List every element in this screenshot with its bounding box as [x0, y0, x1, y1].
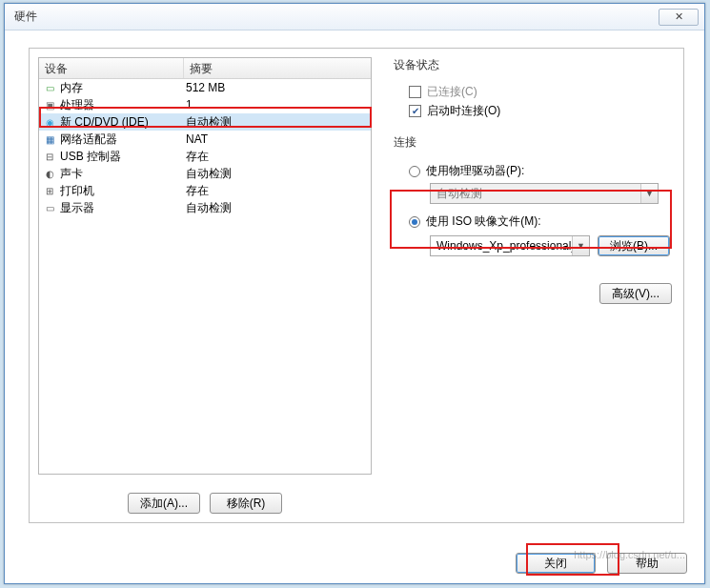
sound-icon: ◐	[43, 167, 56, 180]
printer-icon: ⊞	[43, 184, 56, 197]
device-rows: ▭内存512 MB▣处理器1◉新 CD/DVD (IDE)自动检测▦网络适配器N…	[39, 79, 371, 216]
checkbox-icon: ✔	[409, 105, 421, 117]
physical-drive-value: 自动检测	[431, 186, 640, 202]
device-status-group: 已连接(C) ✔ 启动时连接(O)	[392, 79, 672, 119]
inner-frame: 设备 摘要 ▭内存512 MB▣处理器1◉新 CD/DVD (IDE)自动检测▦…	[29, 48, 684, 523]
display-icon: ▭	[43, 201, 56, 214]
content-area: 设备 摘要 ▭内存512 MB▣处理器1◉新 CD/DVD (IDE)自动检测▦…	[14, 36, 695, 537]
connection-group: 使用物理驱动器(P): 自动检测 ▼ 使用 ISO 映像文件(M):	[392, 156, 672, 256]
physical-drive-label: 使用物理驱动器(P):	[426, 163, 524, 179]
titlebar: 硬件 ✕	[5, 4, 704, 30]
connect-on-start-label: 启动时连接(O)	[427, 103, 500, 119]
device-status-label: 设备状态	[394, 57, 672, 73]
device-name: USB 控制器	[60, 149, 121, 165]
device-summary: NAT	[186, 132, 371, 146]
device-summary: 512 MB	[186, 81, 371, 94]
device-name: 内存	[60, 80, 83, 96]
device-name: 声卡	[60, 166, 83, 182]
chevron-down-icon: ▼	[640, 184, 658, 203]
iso-file-value: Windows_Xp_professional_v	[431, 239, 572, 253]
connected-label: 已连接(C)	[427, 84, 477, 100]
device-row[interactable]: ▣处理器1	[39, 96, 371, 113]
device-summary: 自动检测	[186, 166, 371, 182]
device-summary: 1	[186, 98, 371, 112]
connection-label: 连接	[394, 134, 672, 151]
device-summary: 自动检测	[186, 200, 371, 216]
browse-button[interactable]: 浏览(B)...	[598, 235, 670, 256]
remove-device-button[interactable]: 移除(R)	[210, 493, 282, 514]
window-close-button[interactable]: ✕	[659, 9, 699, 26]
device-row[interactable]: ▭显示器自动检测	[39, 199, 371, 216]
device-row[interactable]: ◉新 CD/DVD (IDE)自动检测	[39, 113, 371, 131]
usb-icon: ⊟	[43, 150, 56, 163]
chevron-down-icon: ▼	[572, 236, 589, 255]
device-row[interactable]: ▭内存512 MB	[39, 79, 371, 96]
radio-icon	[409, 216, 420, 228]
device-buttons: 添加(A)... 移除(R)	[38, 493, 372, 514]
device-name: 处理器	[60, 97, 94, 113]
network-icon: ▦	[43, 132, 56, 146]
device-list-panel: 设备 摘要 ▭内存512 MB▣处理器1◉新 CD/DVD (IDE)自动检测▦…	[38, 57, 372, 475]
memory-icon: ▭	[43, 81, 56, 94]
device-row[interactable]: ⊞打印机存在	[39, 182, 371, 199]
device-name: 打印机	[60, 183, 94, 199]
device-name: 显示器	[60, 200, 94, 216]
iso-file-radio[interactable]: 使用 ISO 映像文件(M):	[409, 213, 672, 230]
settings-pane: 设备状态 已连接(C) ✔ 启动时连接(O) 连接 使用物理驱动器(	[392, 57, 672, 304]
advanced-button[interactable]: 高级(V)...	[599, 283, 672, 304]
device-summary: 自动检测	[186, 114, 371, 131]
radio-icon	[409, 166, 420, 177]
close-button[interactable]: 关闭	[516, 553, 596, 574]
device-list-header: 设备 摘要	[39, 58, 371, 79]
window-title: 硬件	[14, 9, 659, 25]
dialog-footer: 关闭 帮助	[516, 553, 687, 574]
connect-on-start-checkbox[interactable]: ✔ 启动时连接(O)	[409, 103, 672, 119]
help-button[interactable]: 帮助	[607, 553, 687, 574]
connected-checkbox[interactable]: 已连接(C)	[409, 84, 672, 100]
hardware-dialog: 硬件 ✕ 设备 摘要 ▭内存512 MB▣处理器1◉新 CD/DVD (IDE)…	[4, 3, 705, 584]
disc-icon: ◉	[43, 115, 56, 129]
device-name: 网络适配器	[60, 132, 117, 148]
column-summary[interactable]: 摘要	[184, 58, 371, 78]
iso-file-combo[interactable]: Windows_Xp_professional_v ▼	[430, 235, 590, 256]
device-row[interactable]: ▦网络适配器NAT	[39, 131, 371, 148]
physical-drive-radio[interactable]: 使用物理驱动器(P):	[409, 163, 672, 179]
device-summary: 存在	[186, 183, 371, 199]
cpu-icon: ▣	[43, 98, 56, 112]
column-device[interactable]: 设备	[39, 58, 184, 78]
add-device-button[interactable]: 添加(A)...	[128, 493, 200, 514]
device-row[interactable]: ◐声卡自动检测	[39, 165, 371, 182]
physical-drive-combo[interactable]: 自动检测 ▼	[430, 183, 659, 204]
device-row[interactable]: ⊟USB 控制器存在	[39, 148, 371, 165]
checkbox-icon	[409, 86, 421, 98]
iso-file-label: 使用 ISO 映像文件(M):	[426, 213, 541, 230]
device-name: 新 CD/DVD (IDE)	[60, 114, 149, 131]
device-summary: 存在	[186, 149, 371, 165]
